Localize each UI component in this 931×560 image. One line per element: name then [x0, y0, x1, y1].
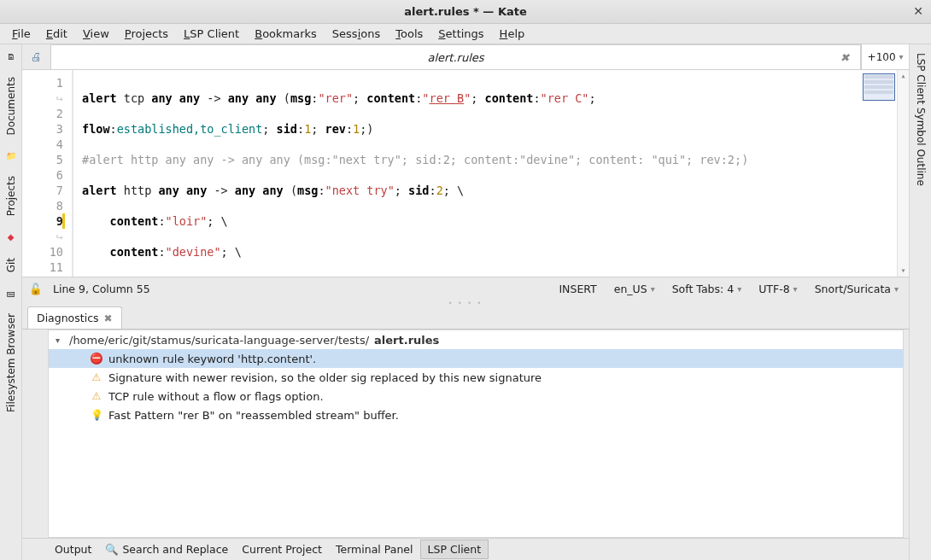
sidebar-item-filesystem[interactable]: Filesystem Browser: [5, 310, 17, 416]
sidebar-item-symbol-outline[interactable]: LSP Client Symbol Outline: [915, 50, 927, 190]
diagnostic-item-error[interactable]: ⛔ unknown rule keyword 'http.content'.: [49, 349, 903, 368]
minimap[interactable]: [861, 70, 897, 277]
right-sidebar-rail: LSP Client Symbol Outline: [909, 44, 931, 560]
tab-diagnostics[interactable]: Diagnostics ✖: [27, 306, 122, 329]
menu-sessions[interactable]: Sessions: [325, 26, 387, 42]
line-number-gutter: 1 ↪ 2 3 4 5 6 7 8 9 ↪ 10 11 12 13 14: [22, 70, 73, 277]
window-close-icon[interactable]: ✕: [911, 3, 926, 19]
search-icon: 🔍: [105, 543, 119, 556]
diagnostic-item-info[interactable]: 💡 Fast Pattern "rer B" on "reassembled s…: [49, 405, 903, 424]
warning-icon: ⚠: [90, 389, 103, 403]
code-editor[interactable]: 1 ↪ 2 3 4 5 6 7 8 9 ↪ 10 11 12 13 14 ale…: [22, 70, 909, 277]
bottom-item-current-project[interactable]: Current Project: [235, 540, 329, 558]
cursor-position: Line 9, Column 55: [53, 283, 150, 295]
bottom-item-search[interactable]: 🔍Search and Replace: [98, 540, 235, 558]
edit-mode[interactable]: INSERT: [555, 281, 600, 297]
bottom-item-output[interactable]: Output: [48, 540, 98, 558]
left-sidebar-rail: 🗎 Documents 📁 Projects ◆ Git 🖴 Filesyste…: [0, 44, 22, 560]
menu-view[interactable]: View: [76, 26, 116, 42]
diagnostic-item-warning[interactable]: ⚠ TCP rule without a flow or flags optio…: [49, 387, 903, 405]
menubar: File Edit View Projects LSP Client Bookm…: [0, 24, 931, 44]
menu-tools[interactable]: Tools: [389, 26, 430, 42]
main: 🗎 Documents 📁 Projects ◆ Git 🖴 Filesyste…: [0, 44, 931, 560]
code-area[interactable]: alert tcp any any -> any any (msg:"rer";…: [73, 70, 861, 277]
bottom-item-lsp-client[interactable]: LSP Client: [420, 540, 489, 559]
menu-bookmarks[interactable]: Bookmarks: [248, 26, 324, 42]
sidebar-item-git[interactable]: Git: [5, 254, 17, 276]
tab-close-icon[interactable]: ✖: [104, 312, 113, 324]
sidebar-item-projects[interactable]: Projects: [5, 172, 17, 219]
sidebar-item-documents[interactable]: Documents: [5, 73, 17, 138]
diagnostics-file-row[interactable]: ▾ /home/eric/git/stamus/suricata-languag…: [49, 330, 903, 349]
diagnostics-panel: ▾ /home/eric/git/stamus/suricata-languag…: [48, 330, 904, 538]
scroll-up-icon[interactable]: ▴: [898, 70, 909, 82]
titlebar: alert.rules * — Kate ✕: [0, 0, 931, 24]
bottom-toolbar: Output 🔍Search and Replace Current Proje…: [22, 538, 909, 560]
warning-icon: ⚠: [90, 370, 103, 384]
tab-label: alert.rules: [427, 51, 483, 64]
indent-select[interactable]: Soft Tabs: 4▾: [669, 281, 745, 297]
scroll-down-icon[interactable]: ▾: [898, 265, 909, 277]
editor-scrollbar[interactable]: ▴ ▾: [897, 70, 909, 277]
menu-settings[interactable]: Settings: [431, 26, 490, 42]
folder-icon: 📁: [4, 149, 18, 162]
chevron-down-icon[interactable]: ▾: [56, 335, 64, 345]
panel-tabstrip: Diagnostics ✖: [22, 306, 909, 330]
menu-projects[interactable]: Projects: [118, 26, 175, 42]
tab-close-icon[interactable]: ✖: [838, 50, 852, 64]
editor-tabstrip: 🖨 alert.rules ✖ +100 ▾: [22, 44, 909, 70]
bottom-item-terminal[interactable]: Terminal Panel: [329, 540, 420, 558]
diagnostic-item-warning[interactable]: ⚠ Signature with newer revision, so the …: [49, 368, 903, 387]
status-bar: 🔓 Line 9, Column 55 INSERT en_US▾ Soft T…: [22, 277, 909, 300]
menu-help[interactable]: Help: [493, 26, 532, 42]
center-column: 🖨 alert.rules ✖ +100 ▾ 1 ↪ 2 3 4 5 6 7 8…: [22, 44, 909, 560]
documents-icon: 🗎: [4, 50, 18, 63]
lock-icon: 🔓: [29, 283, 43, 295]
locale-select[interactable]: en_US▾: [611, 281, 659, 297]
lightbulb-icon: 💡: [90, 408, 103, 422]
zoom-level[interactable]: +100 ▾: [861, 44, 909, 69]
language-select[interactable]: Snort/Suricata▾: [811, 281, 902, 297]
window-title: alert.rules * — Kate: [404, 5, 527, 18]
menu-edit[interactable]: Edit: [39, 26, 74, 42]
menu-file[interactable]: File: [5, 26, 38, 42]
encoding-select[interactable]: UTF-8▾: [755, 281, 800, 297]
disk-icon: 🖴: [4, 286, 18, 300]
error-icon: ⛔: [90, 352, 103, 365]
document-header-icon[interactable]: 🖨: [22, 44, 51, 69]
menu-lsp-client[interactable]: LSP Client: [177, 26, 246, 42]
git-icon: ◆: [4, 230, 18, 244]
tab-alert-rules[interactable]: alert.rules ✖: [51, 44, 861, 69]
